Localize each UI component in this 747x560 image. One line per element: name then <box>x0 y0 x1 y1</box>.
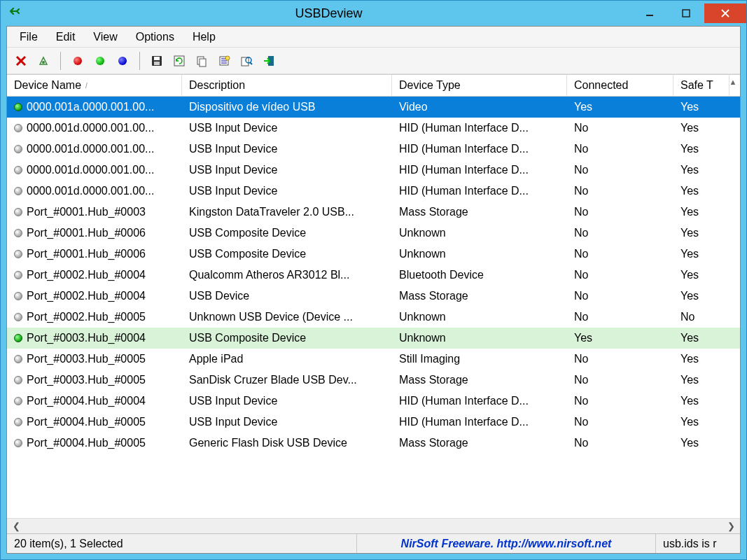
table-row[interactable]: Port_#0001.Hub_#0003Kingston DataTravele… <box>7 202 740 223</box>
cell-description: SanDisk Cruzer Blade USB Dev... <box>182 374 392 386</box>
titlebar[interactable]: USBDeview <box>1 1 746 26</box>
status-dot-icon <box>14 187 22 195</box>
cell-device-type: HID (Human Interface D... <box>392 122 567 134</box>
svg-rect-1 <box>683 10 690 17</box>
cell-device-name: Port_#0001.Hub_#0006 <box>7 227 182 239</box>
recycle-icon[interactable] <box>34 51 53 71</box>
cell-connected: No <box>567 122 673 134</box>
scroll-right-icon[interactable]: ❯ <box>725 520 737 533</box>
blue-dot-icon[interactable] <box>113 51 132 71</box>
toolbar-separator <box>60 52 61 70</box>
cell-safe: Yes <box>673 227 729 239</box>
table-row[interactable]: Port_#0003.Hub_#0005SanDisk Cruzer Blade… <box>7 370 740 391</box>
svg-rect-8 <box>154 57 160 60</box>
column-header-safe[interactable]: Safe T <box>673 75 729 96</box>
cell-connected: No <box>567 290 673 302</box>
exit-icon[interactable] <box>259 51 279 71</box>
cell-device-name: 0000.001d.0000.001.00... <box>7 164 182 176</box>
cell-device-name: Port_#0004.Hub_#0005 <box>7 416 182 428</box>
close-button[interactable] <box>704 4 746 23</box>
svg-rect-18 <box>242 57 249 66</box>
table-row[interactable]: 0000.001d.0000.001.00...USB Input Device… <box>7 118 740 139</box>
table-row[interactable]: 0000.001d.0000.001.00...USB Input Device… <box>7 160 740 181</box>
properties-icon[interactable] <box>214 51 234 71</box>
table-row[interactable]: Port_#0001.Hub_#0006USB Composite Device… <box>7 223 740 244</box>
red-dot-icon[interactable] <box>68 51 88 71</box>
menu-view[interactable]: View <box>85 28 125 46</box>
cell-description: USB Input Device <box>182 143 392 155</box>
table-row[interactable]: Port_#0004.Hub_#0004USB Input DeviceHID … <box>7 391 740 412</box>
cell-device-name: Port_#0004.Hub_#0005 <box>7 437 182 449</box>
table-row[interactable]: Port_#0002.Hub_#0004Qualcomm Atheros AR3… <box>7 265 740 286</box>
cell-safe: Yes <box>673 269 729 281</box>
table-row[interactable]: 0000.001d.0000.001.00...USB Input Device… <box>7 139 740 160</box>
cell-device-type: Still Imaging <box>392 353 567 365</box>
table-row[interactable]: Port_#0002.Hub_#0005Unknown USB Device (… <box>7 307 740 328</box>
delete-icon[interactable] <box>11 51 31 71</box>
horizontal-scrollbar[interactable]: ❮ ❯ <box>7 518 740 533</box>
cell-device-type: HID (Human Interface D... <box>392 416 567 428</box>
table-row[interactable]: Port_#0002.Hub_#0004USB DeviceMass Stora… <box>7 286 740 307</box>
table-row[interactable]: 0000.001d.0000.001.00...USB Input Device… <box>7 181 740 202</box>
scroll-left-icon[interactable]: ❮ <box>10 520 22 533</box>
scroll-up-icon[interactable]: ▲ <box>727 76 739 88</box>
cell-safe: No <box>673 311 729 323</box>
refresh-icon[interactable] <box>169 51 189 71</box>
svg-point-6 <box>42 61 45 64</box>
maximize-button[interactable] <box>668 4 704 23</box>
minimize-button[interactable] <box>631 4 668 23</box>
cell-safe: Yes <box>673 290 729 302</box>
status-dot-icon <box>14 124 22 132</box>
column-header-description[interactable]: Description <box>182 75 392 96</box>
cell-connected: No <box>567 395 673 407</box>
table-row[interactable]: Port_#0003.Hub_#0005Apple iPadStill Imag… <box>7 349 740 370</box>
svg-rect-10 <box>174 56 184 66</box>
status-usb-ids: usb.ids is r <box>656 534 740 553</box>
device-list[interactable]: 0000.001a.0000.001.00...Dispositivo de v… <box>7 97 740 518</box>
cell-description: USB Input Device <box>182 395 392 407</box>
cell-description: USB Composite Device <box>182 227 392 239</box>
status-dot-icon <box>14 313 22 321</box>
status-dot-icon <box>14 229 22 237</box>
status-dot-icon <box>14 271 22 279</box>
column-header-device-name[interactable]: Device Name/ <box>7 75 182 96</box>
table-row[interactable]: 0000.001a.0000.001.00...Dispositivo de v… <box>7 97 740 118</box>
cell-safe: Yes <box>673 185 729 197</box>
status-dot-icon <box>14 103 22 111</box>
column-header-device-type[interactable]: Device Type <box>392 75 567 96</box>
app-window: USBDeview File Edit View Options Help <box>0 0 747 560</box>
cell-device-type: Bluetooth Device <box>392 269 567 281</box>
copy-icon[interactable] <box>192 51 211 71</box>
cell-device-name: Port_#0002.Hub_#0004 <box>7 290 182 302</box>
table-row[interactable]: Port_#0004.Hub_#0005Generic Flash Disk U… <box>7 433 740 454</box>
menu-file[interactable]: File <box>11 28 46 46</box>
table-row[interactable]: Port_#0004.Hub_#0005USB Input DeviceHID … <box>7 412 740 433</box>
cell-device-name: Port_#0003.Hub_#0005 <box>7 353 182 365</box>
cell-description: Kingston DataTraveler 2.0 USB... <box>182 206 392 218</box>
green-dot-icon[interactable] <box>90 51 110 71</box>
status-dot-icon <box>14 250 22 258</box>
find-icon[interactable] <box>237 51 256 71</box>
menu-edit[interactable]: Edit <box>48 28 84 46</box>
cell-description: Generic Flash Disk USB Device <box>182 437 392 449</box>
cell-connected: No <box>567 269 673 281</box>
cell-connected: No <box>567 374 673 386</box>
status-nirsoft-link[interactable]: NirSoft Freeware. http://www.nirsoft.net <box>357 534 656 553</box>
column-header-connected[interactable]: Connected <box>567 75 673 96</box>
cell-connected: No <box>567 437 673 449</box>
table-row[interactable]: Port_#0003.Hub_#0004USB Composite Device… <box>7 328 740 349</box>
table-row[interactable]: Port_#0001.Hub_#0006USB Composite Device… <box>7 244 740 265</box>
cell-description: Dispositivo de vídeo USB <box>182 101 392 113</box>
cell-device-name: 0000.001a.0000.001.00... <box>7 101 182 113</box>
menu-options[interactable]: Options <box>127 28 183 46</box>
status-dot-icon <box>14 292 22 300</box>
menu-help[interactable]: Help <box>184 28 224 46</box>
cell-description: USB Device <box>182 290 392 302</box>
cell-safe: Yes <box>673 206 729 218</box>
window-buttons <box>631 4 746 23</box>
cell-device-name: 0000.001d.0000.001.00... <box>7 143 182 155</box>
save-icon[interactable] <box>147 51 167 71</box>
cell-safe: Yes <box>673 143 729 155</box>
sort-indicator-icon: / <box>85 82 88 90</box>
cell-description: USB Composite Device <box>182 332 392 344</box>
